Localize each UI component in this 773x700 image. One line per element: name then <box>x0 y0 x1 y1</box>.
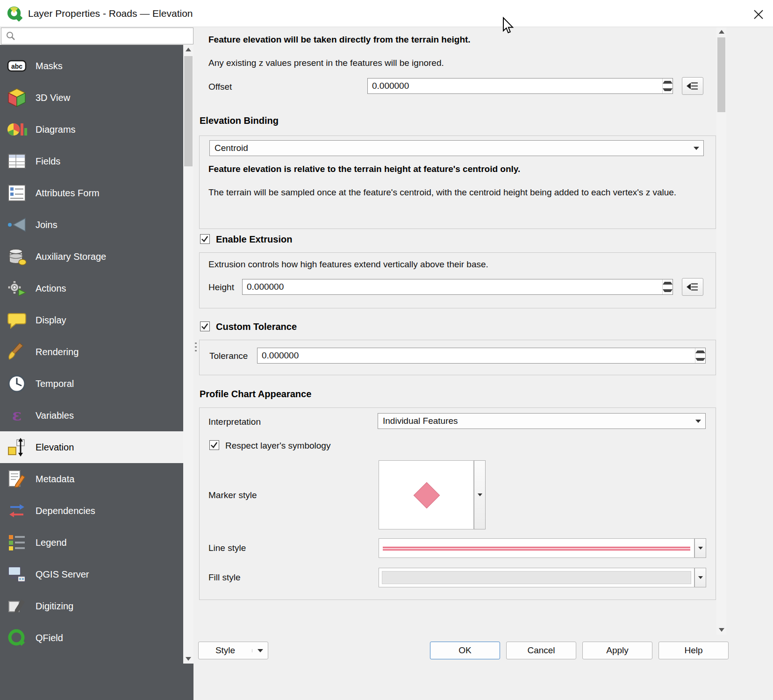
sidebar-item-3d-view[interactable]: 3D View <box>0 82 183 114</box>
data-defined-override-icon <box>686 80 700 92</box>
elevation-binding-header: Elevation Binding <box>200 115 279 126</box>
custom-tolerance-checkbox[interactable] <box>200 321 210 331</box>
tolerance-spinbox[interactable]: 0.000000 <box>257 348 706 364</box>
sidebar-item-elevation[interactable]: Elevation <box>0 431 183 463</box>
sidebar-item-label: Digitizing <box>36 601 73 612</box>
offset-label: Offset <box>208 82 232 92</box>
sidebar-scroll-up-icon[interactable] <box>183 45 193 54</box>
sidebar-item-rendering[interactable]: Rendering <box>0 336 183 368</box>
sidebar-item-dependencies[interactable]: Dependencies <box>0 495 183 527</box>
sidebar-item-diagrams[interactable]: Diagrams <box>0 114 183 145</box>
content-scrollbar[interactable] <box>716 27 726 635</box>
height-spin-up-icon[interactable] <box>663 279 673 287</box>
content-scroll-up-icon[interactable] <box>716 27 726 36</box>
offset-spin-down-icon[interactable] <box>663 86 673 93</box>
sidebar-item-actions[interactable]: Actions <box>0 272 183 304</box>
chevron-down-icon <box>689 147 703 150</box>
metadata-icon <box>6 468 28 490</box>
sidebar-item-legend[interactable]: Legend <box>0 527 183 558</box>
sidebar-item-metadata[interactable]: Metadata <box>0 463 183 495</box>
sidebar-item-joins[interactable]: Joins <box>0 209 183 241</box>
diagrams-icon <box>6 118 28 141</box>
actions-icon <box>6 277 28 300</box>
digitizing-icon <box>6 595 28 617</box>
marker-style-preview-button[interactable] <box>379 460 474 529</box>
fill-style-label: Fill style <box>208 572 241 583</box>
tolerance-spin-down-icon[interactable] <box>695 356 705 363</box>
interpretation-combo[interactable]: Individual Features <box>378 413 706 429</box>
terrain-note-subtitle: Any existing z values present in the fea… <box>208 58 444 68</box>
sidebar-item-qfield[interactable]: QField <box>0 622 183 654</box>
respect-symbology-label: Respect layer's symbology <box>225 441 330 451</box>
svg-text:abc: abc <box>11 63 22 70</box>
help-button[interactable]: Help <box>658 642 729 659</box>
chevron-down-icon <box>258 649 263 652</box>
fill-style-preview-button[interactable] <box>379 568 694 587</box>
chevron-down-icon <box>691 420 705 423</box>
content-scroll-down-icon[interactable] <box>716 625 726 635</box>
offset-data-defined-override-button[interactable] <box>682 77 703 95</box>
sidebar-item-label: QField <box>36 633 63 643</box>
fill-style-dropdown-button[interactable] <box>694 568 706 587</box>
line-style-dropdown-button[interactable] <box>694 538 706 558</box>
sidebar-scrollbar[interactable] <box>183 45 193 664</box>
line-style-preview-button[interactable] <box>379 538 694 558</box>
tolerance-value: 0.000000 <box>258 350 695 361</box>
qgis-logo-icon <box>7 6 22 21</box>
chevron-down-icon <box>698 547 703 550</box>
sidebar-item-attributes-form[interactable]: Attributes Form <box>0 177 183 209</box>
sidebar-item-fields[interactable]: Fields <box>0 145 183 177</box>
sidebar-scroll-down-icon[interactable] <box>183 654 193 664</box>
sidebar-item-label: Elevation <box>36 442 74 453</box>
chevron-down-icon <box>698 576 703 579</box>
sidebar-item-display[interactable]: Display <box>0 304 183 336</box>
sidebar-item-qgis-server[interactable]: QGIS Server <box>0 558 183 590</box>
sidebar-scrollbar-thumb[interactable] <box>184 56 193 166</box>
custom-tolerance-label: Custom Tolerance <box>216 321 297 332</box>
search-icon <box>6 31 15 41</box>
sidebar-item-masks[interactable]: abc Masks <box>0 50 183 82</box>
checkmark-icon <box>210 441 219 450</box>
content-scrollbar-thumb[interactable] <box>717 37 725 112</box>
style-button[interactable]: Style <box>198 642 268 659</box>
display-icon <box>6 309 28 331</box>
offset-spin-up-icon[interactable] <box>663 79 673 86</box>
splitter-handle-icon[interactable] <box>195 343 197 354</box>
3d-view-icon <box>6 86 28 109</box>
respect-symbology-checkbox[interactable] <box>209 440 219 450</box>
sidebar-item-label: Actions <box>36 283 66 294</box>
sidebar: abc Masks 3D View Diagrams Fields Attrib… <box>0 45 193 700</box>
sidebar-item-digitizing[interactable]: Digitizing <box>0 590 183 622</box>
sidebar-item-label: Auxiliary Storage <box>36 251 106 262</box>
height-label: Height <box>208 282 234 293</box>
diamond-marker-icon <box>414 482 440 509</box>
height-spin-down-icon[interactable] <box>663 287 673 294</box>
elevation-icon <box>6 436 28 458</box>
terrain-note-title: Feature elevation will be taken directly… <box>208 35 471 45</box>
sidebar-item-auxiliary-storage[interactable]: Auxiliary Storage <box>0 241 183 272</box>
tolerance-spin-up-icon[interactable] <box>695 348 705 356</box>
sidebar-item-temporal[interactable]: Temporal <box>0 368 183 400</box>
sidebar-item-variables[interactable]: ε Variables <box>0 400 183 431</box>
close-icon <box>753 9 764 20</box>
close-button[interactable] <box>752 7 766 21</box>
style-dropdown-button[interactable] <box>252 649 268 652</box>
enable-extrusion-checkbox[interactable] <box>200 234 210 244</box>
tolerance-field-label: Tolerance <box>209 351 248 361</box>
elevation-binding-combo[interactable]: Centroid <box>209 140 704 156</box>
rendering-icon <box>6 341 28 363</box>
sidebar-search-input[interactable] <box>20 28 191 44</box>
offset-spinbox[interactable]: 0.000000 <box>367 78 673 94</box>
height-data-defined-override-button[interactable] <box>682 278 703 296</box>
enable-extrusion-label: Enable Extrusion <box>216 234 292 245</box>
height-spinbox[interactable]: 0.000000 <box>242 279 673 295</box>
ok-button[interactable]: OK <box>430 642 500 659</box>
sidebar-search <box>1 28 193 44</box>
apply-button[interactable]: Apply <box>582 642 652 659</box>
line-style-label: Line style <box>208 543 246 553</box>
sidebar-item-label: Dependencies <box>36 506 95 516</box>
cancel-button[interactable]: Cancel <box>506 642 576 659</box>
svg-text:ε: ε <box>12 406 22 424</box>
marker-style-dropdown-button[interactable] <box>474 460 486 529</box>
fill-symbol-icon <box>382 571 691 584</box>
